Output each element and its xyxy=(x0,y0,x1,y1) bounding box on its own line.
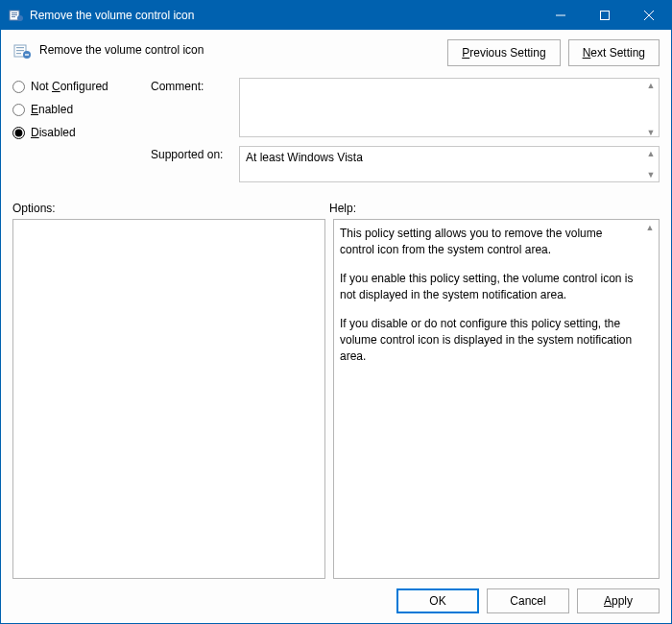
panel-labels: Options: Help: xyxy=(12,202,660,215)
window-title: Remove the volume control icon xyxy=(30,9,539,22)
comment-label: Comment: xyxy=(151,78,233,93)
supported-row: Supported on: At least Windows Vista ▲ ▼ xyxy=(151,146,660,182)
help-scroll: ▲ xyxy=(643,222,657,235)
help-p3: If you disable or do not configure this … xyxy=(340,316,639,366)
policy-title: Remove the volume control icon xyxy=(39,39,447,57)
svg-rect-11 xyxy=(16,50,24,51)
comment-wrap: ▲ ▼ xyxy=(239,78,660,140)
maximize-button[interactable] xyxy=(583,1,627,30)
scroll-up-icon[interactable]: ▲ xyxy=(644,148,658,159)
svg-rect-14 xyxy=(25,54,29,55)
svg-point-4 xyxy=(17,15,23,21)
options-panel xyxy=(12,219,325,579)
svg-rect-6 xyxy=(601,12,610,20)
policy-icon xyxy=(12,41,32,60)
titlebar: Remove the volume control icon xyxy=(1,1,671,30)
footer: OK Cancel Apply xyxy=(12,579,660,613)
svg-rect-2 xyxy=(12,14,17,15)
field-column: Comment: ▲ ▼ Supported on: At least Wind… xyxy=(151,78,660,182)
header-row: Remove the volume control icon Previous … xyxy=(12,39,660,66)
supported-value: At least Windows Vista xyxy=(246,151,363,164)
supported-label: Supported on: xyxy=(151,146,233,161)
supported-wrap: At least Windows Vista ▲ ▼ xyxy=(239,146,660,182)
policy-window-icon xyxy=(9,8,24,23)
svg-rect-10 xyxy=(16,47,24,48)
supported-box: At least Windows Vista xyxy=(239,146,660,182)
cancel-button[interactable]: Cancel xyxy=(487,588,569,613)
radio-disabled-input[interactable] xyxy=(12,127,25,139)
radio-not-configured[interactable]: Not Configured xyxy=(12,80,137,93)
window: Remove the volume control icon xyxy=(0,0,672,624)
minimize-button[interactable] xyxy=(539,1,583,30)
radio-enabled-input[interactable] xyxy=(12,104,25,116)
help-label: Help: xyxy=(329,202,660,215)
next-setting-button[interactable]: Next Setting xyxy=(568,39,660,66)
window-controls xyxy=(539,1,671,30)
scroll-up-icon[interactable]: ▲ xyxy=(644,80,658,91)
radio-enabled[interactable]: Enabled xyxy=(12,103,137,116)
panels: This policy setting allows you to remove… xyxy=(12,219,660,579)
comment-scroll: ▲ ▼ xyxy=(644,80,658,138)
apply-button[interactable]: Apply xyxy=(577,588,660,613)
scroll-down-icon[interactable]: ▼ xyxy=(644,169,658,180)
state-radio-group: Not Configured Enabled Disabled xyxy=(12,78,137,182)
comment-row: Comment: ▲ ▼ xyxy=(151,78,660,140)
previous-setting-button[interactable]: Previous Setting xyxy=(447,39,560,66)
scroll-up-icon[interactable]: ▲ xyxy=(643,222,657,235)
help-p1: This policy setting allows you to remove… xyxy=(340,226,639,259)
close-button[interactable] xyxy=(627,1,671,30)
supported-scroll: ▲ ▼ xyxy=(644,148,658,180)
svg-rect-1 xyxy=(12,12,17,13)
config-section: Not Configured Enabled Disabled Comment: xyxy=(12,78,660,182)
ok-button[interactable]: OK xyxy=(396,588,479,613)
scroll-down-icon[interactable]: ▼ xyxy=(644,127,658,138)
help-panel: This policy setting allows you to remove… xyxy=(333,219,660,579)
radio-disabled[interactable]: Disabled xyxy=(12,126,137,139)
comment-textarea[interactable] xyxy=(239,78,660,137)
svg-rect-3 xyxy=(12,16,15,17)
options-label: Options: xyxy=(12,202,329,215)
radio-not-configured-input[interactable] xyxy=(12,81,25,93)
nav-buttons: Previous Setting Next Setting xyxy=(447,39,660,66)
content-area: Remove the volume control icon Previous … xyxy=(1,30,671,623)
help-p2: If you enable this policy setting, the v… xyxy=(340,271,639,304)
svg-rect-12 xyxy=(16,53,21,54)
